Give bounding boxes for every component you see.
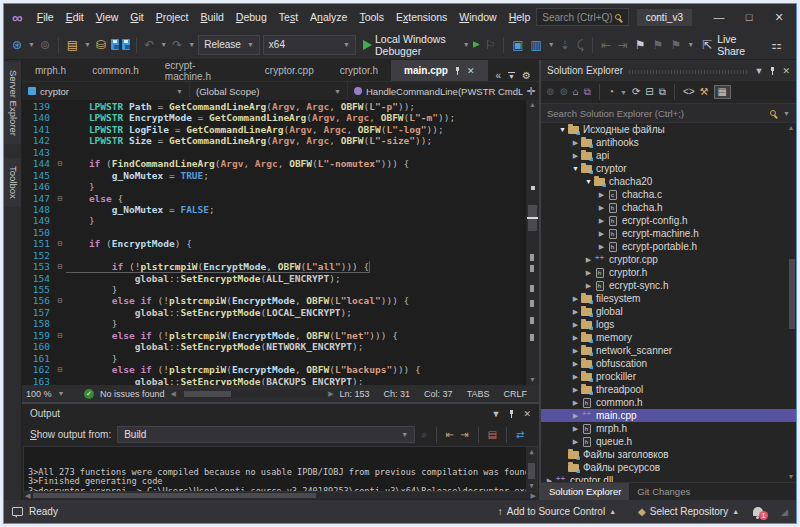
code-line-145[interactable]: 145 g_NoMutex = TRUE; xyxy=(22,170,526,181)
tree-item-Файлы_ресурсов[interactable]: Файлы ресурсов xyxy=(541,461,796,474)
back-icon[interactable]: ⊚ xyxy=(546,87,554,97)
close-icon[interactable]: ✕ xyxy=(467,66,475,76)
next-message-icon[interactable]: ⇥ xyxy=(460,429,468,440)
code-area[interactable]: 139 LPWSTR Path = GetCommandLineArg(Argv… xyxy=(22,100,526,385)
menu-debug[interactable]: Debug xyxy=(230,4,273,30)
code-line-160[interactable]: 160 global::SetEncryptMode(NETWORK_ENCRY… xyxy=(22,341,526,352)
expand-arrow-icon[interactable]: ▶ xyxy=(597,204,606,212)
indent-increase-button[interactable]: ⇥ xyxy=(616,37,630,53)
code-line-162[interactable]: 162⊟ else if (!plstrcmpiW(EncryptMode, O… xyxy=(22,364,526,375)
navigate-forward-button[interactable]: ⊚ xyxy=(38,37,52,53)
expand-arrow-icon[interactable]: ▶ xyxy=(571,295,580,303)
scrollbar-thumb[interactable] xyxy=(789,259,795,329)
tab-mrph.h[interactable]: mrph.h xyxy=(22,60,79,81)
tree-item-ecrypt-sync.h[interactable]: ▶hecrypt-sync.h xyxy=(541,279,796,292)
bookmark-button[interactable]: ⚑ xyxy=(633,37,648,53)
expand-arrow-icon[interactable]: ▶ xyxy=(571,152,580,160)
toolbox-vertical-tab[interactable]: Toolbox xyxy=(4,158,21,207)
close-icon[interactable]: ✕ xyxy=(523,409,531,419)
menu-view[interactable]: View xyxy=(90,4,125,30)
menu-analyze[interactable]: Analyze xyxy=(304,4,353,30)
code-line-153[interactable]: 153⊟ if (!plstrcmpiW(EncryptMode, OBFW(L… xyxy=(22,261,526,272)
solution-explorer-search-input[interactable]: Search Solution Explorer (Ctrl+;) ▼ xyxy=(541,104,796,123)
clear-all-icon[interactable]: ▤ xyxy=(488,429,497,440)
expand-arrow-icon[interactable]: ▶ xyxy=(571,425,580,433)
pin-icon[interactable] xyxy=(769,66,776,75)
start-without-debugging-button[interactable] xyxy=(473,41,480,48)
expand-arrow-icon[interactable]: ▶ xyxy=(584,256,593,264)
eol-indicator[interactable]: CRLF xyxy=(503,389,527,399)
fold-marker-icon[interactable]: ⊟ xyxy=(54,238,66,249)
tree-item-common.h[interactable]: ▶hcommon.h xyxy=(541,396,796,409)
code-line-151[interactable]: 151⊟ if (EncryptMode) { xyxy=(22,238,526,249)
code-line-142[interactable]: 142 LPWSTR Size = GetCommandLineArg(Argv… xyxy=(22,135,526,146)
toolbar-dropdown-icon[interactable]: ▼ xyxy=(548,41,555,48)
panel-drag-grip[interactable] xyxy=(629,70,748,74)
tree-item-main.cpp[interactable]: ▶⁺⁺main.cpp xyxy=(541,409,796,422)
server-explorer-vertical-tab[interactable]: Server Explorer xyxy=(4,62,21,144)
tree-item-queue.h[interactable]: ▶hqueue.h xyxy=(541,435,796,448)
code-line-149[interactable]: 149 } xyxy=(22,215,526,226)
solution-platform-select[interactable]: x64 ▼ xyxy=(263,35,356,55)
scroll-up-icon[interactable]: ▲ xyxy=(529,447,533,457)
expand-arrow-icon[interactable]: ▶ xyxy=(571,399,580,407)
tree-item-cryptor[interactable]: ▼cryptor xyxy=(541,162,796,175)
start-debugging-icon[interactable] xyxy=(363,40,372,50)
tree-item-memory[interactable]: ▶memory xyxy=(541,331,796,344)
attach-to-process-button[interactable]: ⚐ xyxy=(483,37,498,53)
menu-extensions[interactable]: Extensions xyxy=(390,4,453,30)
tree-item-cryptor.h[interactable]: ▶hcryptor.h xyxy=(541,266,796,279)
code-line-152[interactable]: 152 xyxy=(22,250,526,261)
bottom-tab-solution-explorer[interactable]: Solution Explorer xyxy=(541,483,629,500)
tabs-indicator[interactable]: TABS xyxy=(467,389,490,399)
scroll-right-icon[interactable]: ▶ xyxy=(328,390,333,398)
start-debugging-button[interactable]: Local Windows Debugger xyxy=(375,33,459,57)
expand-arrow-icon[interactable]: ▶ xyxy=(571,412,580,420)
tree-item-filesystem[interactable]: ▶filesystem xyxy=(541,292,796,305)
menu-file[interactable]: File xyxy=(31,4,60,30)
find-in-files-button[interactable]: ▣ xyxy=(510,37,525,53)
expand-arrow-icon[interactable]: ▶ xyxy=(571,347,580,355)
toggle-word-wrap-icon[interactable]: ⇄ xyxy=(516,429,524,440)
notifications-bell-icon[interactable]: 1 xyxy=(753,507,763,516)
window-position-dropdown-icon[interactable]: ▼ xyxy=(492,409,501,419)
expand-arrow-icon[interactable]: ▶ xyxy=(571,308,580,316)
feedback-bubble-icon[interactable] xyxy=(12,507,23,516)
menu-help[interactable]: Help xyxy=(503,4,537,30)
code-line-144[interactable]: 144⊟ if (FindCommandLineArg(Argv, Argc, … xyxy=(22,158,526,169)
tab-common.h[interactable]: common.h xyxy=(79,60,152,81)
navigate-back-button[interactable]: ⊛ xyxy=(10,37,24,53)
scrollbar-thumb[interactable] xyxy=(33,493,316,498)
save-all-button[interactable] xyxy=(122,39,130,50)
toggle-pinned-tabs-icon[interactable]: « xyxy=(496,70,502,81)
tab-cryptor.h[interactable]: cryptor.h xyxy=(327,60,391,81)
expand-arrow-icon[interactable]: ▶ xyxy=(597,191,606,199)
scroll-up-icon[interactable]: ▲ xyxy=(788,123,795,133)
filter-dropdown-icon[interactable]: ▼ xyxy=(620,89,627,96)
scroll-right-icon[interactable]: ▶ xyxy=(531,492,536,500)
tree-item-ecrypt-portable.h[interactable]: ▶hecrypt-portable.h xyxy=(541,240,796,253)
expand-arrow-icon[interactable]: ▶ xyxy=(597,243,606,251)
member-dropdown[interactable]: HandleCommandLine(PWSTR CmdLi ▼ xyxy=(348,82,523,100)
save-button[interactable] xyxy=(111,39,119,50)
code-line-155[interactable]: 155 } xyxy=(22,284,526,295)
collapse-all-icon[interactable]: ⊟ xyxy=(645,87,653,97)
send-feedback-icon[interactable]: ⚏ xyxy=(769,37,784,53)
fold-marker-icon[interactable]: ⊟ xyxy=(54,330,66,341)
pending-changes-filter-icon[interactable]: ◔ xyxy=(608,87,614,97)
code-line-163[interactable]: 163 global::SetEncryptMode(BACKUPS_ENCRY… xyxy=(22,376,526,386)
tree-item-ecrypt-config.h[interactable]: ▶hecrypt-config.h xyxy=(541,214,796,227)
expand-arrow-icon[interactable]: ▶ xyxy=(571,360,580,368)
undo-dropdown-icon[interactable]: ▼ xyxy=(160,41,167,48)
scroll-left-icon[interactable]: ◀ xyxy=(171,390,176,398)
tab-ecrypt-machine.h[interactable]: ecrypt-machine.h xyxy=(152,60,252,81)
expand-arrow-icon[interactable]: ▶ xyxy=(571,386,580,394)
tree-vertical-scrollbar[interactable]: ▲ ▼ xyxy=(786,123,796,482)
tree-item-global[interactable]: ▶global xyxy=(541,305,796,318)
expand-arrow-icon[interactable]: ▶ xyxy=(584,269,593,277)
bookmark-dropdown-icon[interactable]: ▼ xyxy=(687,41,694,48)
new-project-dropdown-icon[interactable]: ▼ xyxy=(84,41,91,48)
tab-main.cpp[interactable]: main.cpp✕ xyxy=(391,60,487,81)
redo-dropdown-icon[interactable]: ▼ xyxy=(188,41,195,48)
tree-item-prockiller[interactable]: ▶prockiller xyxy=(541,370,796,383)
